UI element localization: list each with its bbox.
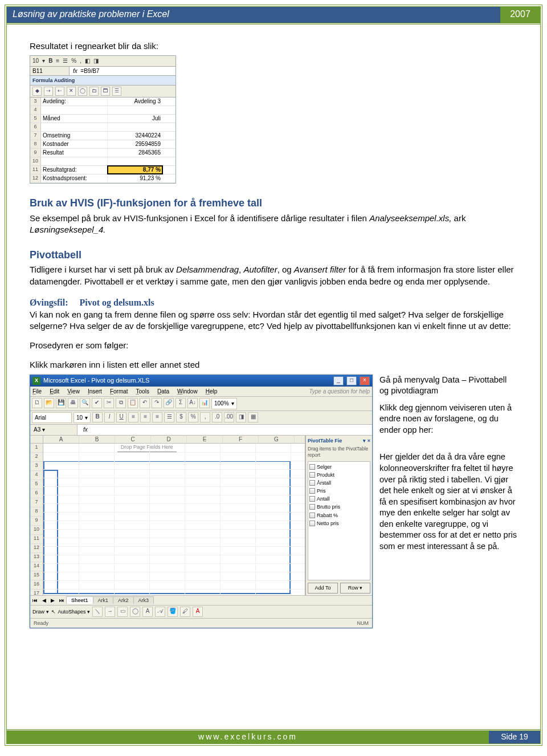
menu-item[interactable]: Edit: [50, 388, 59, 396]
menu-item[interactable]: Tools: [136, 388, 149, 396]
percent-icon[interactable]: %: [188, 412, 198, 422]
trace-icon[interactable]: ⇠: [55, 87, 64, 96]
close-button[interactable]: ×: [360, 376, 370, 385]
align-left-icon[interactable]: ≡: [128, 412, 138, 422]
menu-item[interactable]: File: [32, 388, 42, 396]
row-header[interactable]: 3: [30, 462, 43, 471]
fx-area[interactable]: fx: [77, 425, 93, 435]
wordart-icon[interactable]: 𝒜: [155, 607, 165, 617]
rect-icon[interactable]: ▭: [117, 607, 128, 617]
col-header[interactable]: A: [43, 436, 79, 444]
dec-dec-icon[interactable]: .00: [224, 412, 234, 422]
col-header[interactable]: E: [187, 436, 223, 444]
watch-icon[interactable]: 🗀: [89, 87, 99, 96]
row-header[interactable]: 1: [30, 444, 43, 453]
menu-bar[interactable]: FileEditViewInsertFormatToolsDataWindowH…: [30, 387, 372, 397]
menu-item[interactable]: Data: [157, 388, 169, 396]
col-header[interactable]: F: [223, 436, 259, 444]
menu-item[interactable]: Help: [206, 388, 218, 396]
print-icon[interactable]: 🖶: [68, 398, 78, 408]
link-icon[interactable]: 🔗: [164, 398, 174, 408]
drag-handle-icon[interactable]: [309, 504, 315, 510]
preview-icon[interactable]: 🔍: [80, 398, 90, 408]
paste-icon[interactable]: 📋: [128, 398, 138, 408]
drag-handle-icon[interactable]: [309, 488, 315, 494]
sheet-tab[interactable]: Ark2: [113, 596, 134, 604]
pivot-field[interactable]: Årstall: [309, 479, 369, 487]
drag-handle-icon[interactable]: [309, 521, 315, 526]
italic-icon[interactable]: I: [104, 412, 115, 422]
comma-icon[interactable]: ,: [80, 57, 81, 65]
font-color-icon[interactable]: A: [193, 607, 203, 617]
textbox-icon[interactable]: A: [142, 607, 153, 617]
pivot-field[interactable]: Netto pris: [309, 519, 369, 527]
row-header[interactable]: 17: [30, 590, 43, 595]
currency-icon[interactable]: $: [176, 412, 186, 422]
minimize-button[interactable]: _: [333, 376, 344, 385]
new-icon[interactable]: 🗋: [32, 398, 42, 408]
row-header[interactable]: 6: [30, 489, 43, 498]
maximize-button[interactable]: □: [346, 376, 357, 385]
merge-icon[interactable]: ☰: [164, 412, 174, 422]
comma-icon[interactable]: ,: [200, 412, 210, 422]
col-header[interactable]: C: [115, 436, 151, 444]
drawing-toolbar[interactable]: Draw ▾ ↖ AutoShapes ▾ ＼ → ▭ ◯ A 𝒜 🪣 🖊 A: [30, 605, 372, 618]
tab-nav-prev-icon[interactable]: ◀: [40, 597, 48, 604]
oval-icon[interactable]: ◯: [130, 607, 140, 617]
bold-icon[interactable]: B: [92, 412, 103, 422]
line-icon[interactable]: ＼: [92, 607, 103, 617]
align-center-icon[interactable]: ≡: [140, 412, 150, 422]
line-color-icon[interactable]: 🖊: [180, 607, 190, 617]
row-header[interactable]: 14: [30, 562, 43, 571]
undo-icon[interactable]: ↶: [140, 398, 150, 408]
col-header[interactable]: D: [151, 436, 187, 444]
cut-icon[interactable]: ✂: [104, 398, 114, 408]
drag-handle-icon[interactable]: [309, 464, 315, 470]
pivot-field-list[interactable]: PivotTable Fie ▾ × Drag items to the Piv…: [305, 436, 372, 595]
align-icon[interactable]: ≡: [56, 57, 59, 65]
worksheet-area[interactable]: ABCDEFG 123456789101112131415161718 Drop…: [30, 436, 305, 595]
formatting-toolbar[interactable]: Arial 10 ▾ B I U ≡ ≡ ≡ ☰ $ % , .0 .00 ◨ …: [30, 411, 372, 425]
sheet-tab[interactable]: Sheet1: [66, 596, 93, 604]
menu-item[interactable]: View: [67, 388, 80, 396]
align-right-icon[interactable]: ≡: [152, 412, 162, 422]
open-icon[interactable]: 📂: [44, 398, 54, 408]
sum-icon[interactable]: Σ: [175, 398, 186, 408]
formula-bar[interactable]: A3 ▾ fx: [30, 425, 372, 436]
sort-icon[interactable]: A↓: [187, 398, 198, 408]
merge-icon[interactable]: ☰: [63, 57, 68, 65]
pane-dropdown-icon[interactable]: ▾ ×: [363, 437, 370, 444]
menu-item[interactable]: Insert: [88, 388, 102, 396]
sheet-tab[interactable]: Ark3: [133, 596, 154, 604]
row-header[interactable]: 13: [30, 553, 43, 562]
percent-icon[interactable]: %: [71, 57, 76, 65]
pivot-page-drop[interactable]: Drop Page Fields Here: [117, 444, 177, 452]
indent-dec-icon[interactable]: ◧: [85, 57, 90, 65]
bold-icon[interactable]: B: [48, 57, 52, 65]
indent-icon[interactable]: ◨: [236, 412, 246, 422]
standard-toolbar[interactable]: 🗋 📂 💾 🖶 🔍 ✔ ✂ ⧉ 📋 ↶ ↷ 🔗 Σ A↓ 📊 100% ▾: [30, 397, 372, 411]
name-box[interactable]: A3 ▾: [30, 425, 77, 435]
pivot-field[interactable]: Rabatt %: [309, 511, 369, 519]
arrow-icon[interactable]: →: [105, 607, 115, 617]
field-list[interactable]: SelgerProduktÅrstallPrisAntallBrutto pri…: [308, 461, 370, 581]
underline-icon[interactable]: U: [116, 412, 126, 422]
row-header[interactable]: 5: [30, 480, 43, 489]
row-header[interactable]: 15: [30, 571, 43, 580]
help-search[interactable]: Type a question for help: [309, 388, 370, 396]
row-header[interactable]: 12: [30, 544, 43, 553]
tab-nav-last-icon[interactable]: ⏭: [57, 597, 67, 604]
select-icon[interactable]: ↖: [51, 608, 56, 615]
pivot-field[interactable]: Produkt: [309, 471, 369, 479]
drag-handle-icon[interactable]: [309, 480, 315, 486]
add-to-button[interactable]: Add To: [308, 583, 338, 593]
row-header[interactable]: 10: [30, 526, 43, 535]
fontsize-combo[interactable]: 10 ▾: [74, 412, 91, 424]
sheet-tab[interactable]: Ark1: [93, 596, 114, 604]
autoshapes-menu[interactable]: AutoShapes ▾: [58, 608, 91, 615]
indent-inc-icon[interactable]: ◨: [93, 57, 99, 65]
row-header[interactable]: 4: [30, 471, 43, 480]
menu-item[interactable]: Format: [110, 388, 128, 396]
row-header[interactable]: 7: [30, 498, 43, 507]
pivot-field[interactable]: Brutto pris: [309, 503, 369, 511]
